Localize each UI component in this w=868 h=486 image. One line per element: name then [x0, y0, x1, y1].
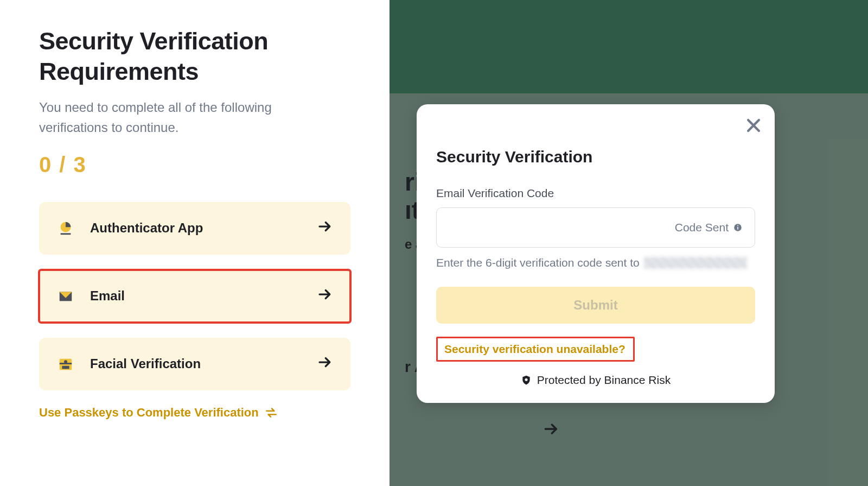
page-subtitle: You need to complete all of the followin…: [39, 97, 343, 137]
passkey-link-label: Use Passkeys to Complete Verification: [39, 406, 259, 420]
right-panel: rif ıt: e al r A Security Verification E…: [390, 0, 868, 486]
close-button[interactable]: [744, 116, 763, 135]
svg-rect-10: [737, 225, 738, 226]
method-label: Email: [90, 288, 317, 304]
page-title: Security Verification Requirements: [39, 26, 350, 87]
redacted-email: [644, 257, 747, 269]
progress-counter: 0 / 3: [39, 153, 350, 177]
face-icon: [56, 355, 75, 373]
protected-label: Protected by Binance Risk: [537, 374, 671, 387]
method-label: Authenticator App: [90, 220, 317, 236]
arrow-right-icon: [317, 354, 333, 374]
arrow-right-icon: [317, 218, 333, 238]
use-passkeys-link[interactable]: Use Passkeys to Complete Verification: [39, 406, 350, 420]
requirements-panel: Security Verification Requirements You n…: [0, 0, 390, 486]
svg-rect-7: [62, 366, 69, 369]
helper-label: Enter the 6-digit verification code sent…: [436, 256, 640, 269]
swap-icon: [264, 406, 278, 420]
authenticator-icon: [56, 219, 75, 237]
protected-by: Protected by Binance Risk: [436, 374, 755, 387]
modal-title: Security Verification: [436, 148, 755, 166]
arrow-right-icon: [542, 420, 560, 442]
method-authenticator-app[interactable]: Authenticator App: [39, 202, 350, 255]
code-input-wrapper[interactable]: Code Sent: [436, 207, 755, 248]
shield-icon: [521, 375, 532, 386]
field-label: Email Verification Code: [436, 187, 755, 200]
email-icon: [56, 287, 75, 305]
info-icon: [733, 223, 743, 232]
verification-methods: Authenticator App Email: [39, 202, 350, 390]
svg-rect-0: [61, 233, 71, 235]
security-verification-modal: Security Verification Email Verification…: [417, 104, 775, 403]
method-label: Facial Verification: [90, 356, 317, 371]
svg-rect-9: [737, 227, 738, 230]
close-icon: [744, 116, 763, 135]
code-sent-status: Code Sent: [675, 221, 743, 234]
code-input[interactable]: [449, 220, 675, 235]
method-facial-verification[interactable]: Facial Verification: [39, 338, 350, 390]
helper-text: Enter the 6-digit verification code sent…: [436, 256, 755, 269]
code-sent-label: Code Sent: [675, 221, 729, 234]
svg-point-11: [525, 378, 527, 381]
method-email[interactable]: Email: [39, 270, 350, 323]
verification-unavailable-link[interactable]: Security verification unavailable?: [436, 337, 635, 362]
svg-point-6: [64, 361, 67, 364]
arrow-right-icon: [317, 286, 333, 306]
submit-button[interactable]: Submit: [436, 287, 755, 324]
